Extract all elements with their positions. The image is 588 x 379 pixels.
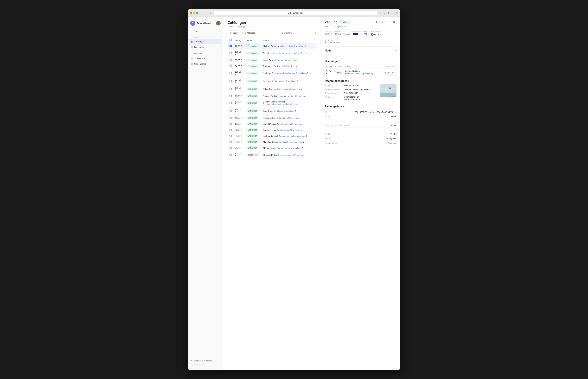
kunde-email-link[interactable]: antonio.ruegiger@gmail.com [280,95,306,97]
cell-kunde: Antonio Rüdiger (antonio.ruegiger@gmail.… [261,93,316,99]
kunde-email-link[interactable]: rudi.voeller@gmail.com [275,65,297,67]
row-checkbox[interactable] [230,123,232,125]
close-traffic-light[interactable] [190,12,192,14]
address-phone-value[interactable]: 015164322343 [344,92,358,94]
new-tab-icon[interactable]: ＋ [391,11,394,15]
kundenbeleg-link[interactable]: Anzeigen [388,142,397,144]
app-layout: T Tatort-Hawaii 👤 ⌂ Home Finanzen ▤ Zahl… [188,17,400,370]
methode-filter-button[interactable]: ⊕ Methode [242,31,257,35]
fullscreen-traffic-light[interactable] [196,12,198,14]
search-input[interactable] [284,32,310,34]
table-row[interactable]: 72,00 € Erfolgreich Manuel Neuer (manuel… [228,145,316,151]
row-checkbox[interactable] [230,80,232,82]
kunde-email-link[interactable]: torsten.frings@gmail.com [278,129,302,131]
kunde-email-link[interactable]: michael.ballack@gmail.com [279,45,305,47]
row-checkbox[interactable] [230,129,232,131]
sidebar-item-buchungen[interactable]: ◫ Buchungen [189,44,222,49]
buchung-row[interactable]: 72,00 € Aktiv Michael Ballack (michael.b… [325,69,397,76]
table-row[interactable]: 108,00 € Erfolgreich Per Mertesacker (pe… [228,49,316,57]
kunde-link[interactable]: Michael Ballack [335,33,350,35]
row-checkbox[interactable] [230,45,232,47]
tabs-icon[interactable]: ⧉ [396,11,398,15]
buchung-strandkorb[interactable]: Tageskörtb [385,71,395,74]
sidebar-item-zahlungen[interactable]: ▤ Zahlungen [189,39,222,44]
copy-id-button[interactable]: ⧉ [395,111,397,113]
notiz-edit-button[interactable]: ✏ [395,49,397,52]
kunde-email-link[interactable]: andreas.brehme@gmail.com [280,72,307,74]
kunde-email-link[interactable]: miroslav.klose@gmail.com [278,141,303,143]
row-checkbox[interactable] [230,52,232,54]
minimize-traffic-light[interactable] [193,12,195,14]
table-row[interactable]: 192,00 € Beabsichtigt Thomas Müller (tho… [228,151,316,159]
row-checkbox[interactable] [230,117,232,119]
row-checkbox[interactable] [230,110,232,112]
user-avatar[interactable]: 👤 [216,21,221,26]
prev-record-button[interactable]: ∧ [380,20,384,24]
kunde-email-link[interactable]: leroy.sane@gmail.com [275,59,296,61]
add-strandkorb-button[interactable]: + [218,52,219,55]
download-button[interactable]: ⬇ [314,31,316,34]
row-checkbox[interactable] [230,154,232,156]
table-row[interactable]: 180,00 € Erfolgreich Andreas Brehme (and… [228,69,316,77]
detail-breadcrumb-home[interactable]: Home [325,26,330,28]
row-checkbox[interactable] [230,59,232,61]
back-button[interactable]: ‹ [206,11,208,15]
address-bar[interactable]: 🔒 beachbag.app [214,11,377,15]
table-row[interactable]: 72,00 € Erfolgreich Michael Ballack (mic… [228,43,316,49]
share-icon[interactable]: ⬆ [387,11,390,15]
table-row[interactable]: 48,00 € Erfolgreich Antonio Rüdiger (ant… [228,93,316,99]
forward-button[interactable]: › [209,11,211,15]
feedback-button[interactable]: ↺ Feedback & Wünsche [190,360,221,362]
row-checkbox[interactable] [230,95,232,97]
refresh-detail-button[interactable]: ↺ [374,20,379,24]
kunde-email-link[interactable]: jamal.musiala@gmail.com [278,123,302,125]
sidebar-item-home[interactable]: ⌂ Home [189,28,222,34]
table-row[interactable]: 180,00 € Erfolgreich Julian Draxler (jul… [228,85,316,93]
buchung-email[interactable]: michael.ballack@gmail.com [346,72,372,75]
meta-erstellt-value: 17. Januar 2023 [325,41,340,44]
table-row[interactable]: 36,00 € Erfolgreich Torsten Frings (tors… [228,127,316,133]
row-checkbox[interactable] [230,88,232,90]
tab-overview-button[interactable]: ⊞ [201,11,205,15]
sidebar-item-saisonkörbe[interactable]: ◫ Saisonkörbe [189,61,222,66]
table-row[interactable]: 132,00 € Erfolgreich Bastian Schweinstei… [228,99,316,107]
detail-breadcrumb-section[interactable]: Zahlungen [332,26,341,28]
detail-header-actions: ↺ ∧ ∨ ✕ [374,20,397,24]
kunde-email-link[interactable]: julian.draxler@gmail.com [277,88,301,90]
table-row[interactable]: 36,00 € Erfolgreich Leroy Sane (leroy.sa… [228,57,316,63]
table-row[interactable]: 12,00 € Erfolgreich Jamal Musiala (jamal… [228,121,316,127]
kunde-email-link[interactable]: joshua.kimmich@gmail.com [280,135,306,137]
select-all-checkbox[interactable] [230,39,232,41]
tageskörbe-icon: ◫ [191,57,193,60]
sidebar-item-tageskörbe[interactable]: ◫ Tageskörbe [189,56,222,61]
row-checkbox[interactable] [230,141,232,143]
row-checkbox[interactable] [230,65,232,67]
kunde-email-link[interactable]: per.mertesacker@gmail.com [280,52,307,54]
status-filter-button[interactable]: ⊕ Status [228,31,241,35]
breadcrumb-home[interactable]: Home [228,26,234,28]
kunde-email-link[interactable]: kai.havertz@gmail.com [275,80,297,82]
table-row[interactable]: 48,00 € Erfolgreich Philipp Lahm (philip… [228,115,316,121]
map-preview[interactable]: 📍 Rechtliches [380,84,397,97]
address-email-value[interactable]: michael.ballack@gmail.com [344,88,370,91]
row-checkbox[interactable] [230,147,232,149]
kunde-email-link[interactable]: toni.kroos@gmail.com [274,110,295,112]
table-row[interactable]: 84,00 € Erfolgreich Joshua Kimmich (josh… [228,133,316,139]
row-checkbox[interactable] [230,72,232,74]
row-checkbox[interactable] [230,102,232,104]
table-row[interactable]: 204,00 € Erfolgreich Kai Havertz (kai.ha… [228,77,316,85]
refresh-icon[interactable]: ↻ [379,11,381,15]
timer-icon[interactable]: ⊙ [383,11,385,15]
detail-meta-row: Umsatz 72,00 € Kunde Michael Ballack Zah… [325,30,397,47]
table-row[interactable]: 180,00 € Erfolgreich Toni Kroos (toni.kr… [228,107,316,115]
detail-title: Zahlung [325,20,337,24]
kunde-email-link[interactable]: bastian.schweinsteiger@gmail.com [264,103,297,105]
close-detail-button[interactable]: ✕ [392,20,397,24]
row-checkbox[interactable] [230,135,232,137]
kunde-email-link[interactable]: philipp.lahm@gmail.com [276,117,300,119]
table-row[interactable]: 84,00 € Erfolgreich Miroslav Klose (miro… [228,139,316,145]
next-record-button[interactable]: ∨ [386,20,390,24]
kunde-email-link[interactable]: manuel.neuer@gmail.com [278,147,302,149]
table-row[interactable]: 24,00 € Erfolgreich Rudi Völler (rudi.vo… [228,63,316,69]
kunde-email-link[interactable]: thomas.mueller@gmail.com [278,154,304,156]
